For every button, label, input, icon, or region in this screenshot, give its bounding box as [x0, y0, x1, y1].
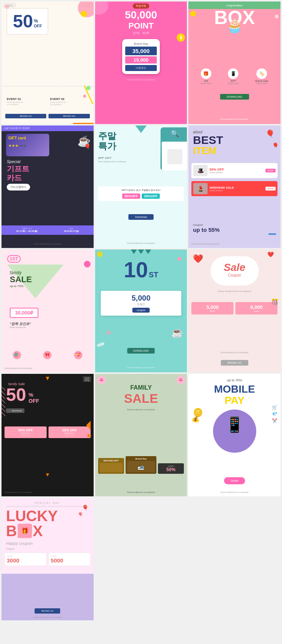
pink-circle-deco: [84, 261, 91, 268]
brand-btn-1[interactable]: BRAND GO: [5, 114, 46, 118]
pct: %: [34, 18, 42, 24]
download-btn[interactable]: DOWNLOAD: [127, 348, 155, 354]
card-family-sale-1[interactable]: 1ST family SALE up to 70% 30,000₽ "깜짝 포인…: [2, 249, 94, 372]
price-value: 30,000₽: [15, 310, 33, 316]
family-text: FAMILY: [130, 384, 152, 391]
card-sale-coupon[interactable]: ❤️ ❤️ Sale Coupon Donec tincidunt dui ut…: [188, 249, 280, 372]
dollar-coin: 💰: [191, 414, 200, 423]
fifty-number: 50: [6, 386, 26, 404]
balloon-icon: 🎈: [84, 144, 91, 150]
brand-go-btn[interactable]: BRAND GO: [221, 360, 248, 366]
deco-bar-1: [97, 342, 105, 347]
brand-day: Brand Day: [125, 42, 157, 45]
balloon-1: 🎈: [82, 505, 88, 511]
card-weekend[interactable]: 주말 특가 APP GIFT Donec tincidunt dui ut ex…: [95, 125, 187, 248]
c1-num: 3000: [7, 557, 44, 564]
card-family-50off[interactable]: ▼ 선착순 100명 family Sale 50 % OFF → downlo…: [2, 374, 94, 496]
top-label: 선착순 100명: [83, 376, 91, 382]
gift-box-icon: 🎁: [18, 524, 32, 538]
dash-right: [48, 506, 89, 506]
download-btn[interactable]: Download: [128, 214, 153, 220]
event2-label: EVENT 02: [50, 97, 88, 101]
card-giftcard[interactable]: 쇼핑기프트권까지 한번에! GIFT card ★★★ ★★ ☕ 🎈 Speci…: [2, 125, 94, 248]
card-best-item[interactable]: 🎈 🎈 about BEST ITEM 🎩 50% OFF Donec tinc…: [188, 125, 280, 248]
dl-btn[interactable]: → download: [6, 408, 24, 413]
prod2-name: WEEKEND SALE: [209, 186, 264, 189]
coupon-text: Coupon: [228, 273, 241, 277]
date2-val: 2018.06.27(일): [64, 230, 79, 233]
icon1: 🛍️: [13, 351, 21, 359]
app-icon: 📱: [228, 68, 238, 79]
lucky-text: LUCKY: [6, 508, 58, 523]
footer-text: Donec tincidunt dui ut ex placerat: [98, 242, 184, 244]
deco-circle-2: [177, 257, 181, 261]
shop-btn-2[interactable]: SHOP: [265, 187, 276, 190]
coin-icon: $: [177, 33, 185, 42]
deco-circle-1: [97, 251, 103, 257]
card-mobile-pay[interactable]: up to 70% MOBILE PAY 🛒 💎 ✂️ 📱 🪙 💰 Detail…: [188, 374, 280, 496]
app-gift-label: APP GIFT: [98, 156, 112, 160]
footer-text: Donec tincidunt dui ut ex placerat: [191, 491, 277, 493]
off: OFF: [34, 24, 42, 28]
deco-icons: 🛒 💎 ✂️: [272, 405, 277, 423]
footer-text: Donec tincidunt dui ut ex placerat: [98, 491, 184, 493]
coffee-icon: ☕: [171, 327, 183, 339]
sale-text: SALE: [124, 391, 158, 406]
download-btn[interactable]: DOWNLOAD: [220, 94, 249, 100]
card-family-sale-flowers[interactable]: 🌸 🌸 FAMILY SALE Donec tincidunt dui ut e…: [95, 374, 187, 496]
shop-btn-1[interactable]: SHOP: [265, 169, 276, 172]
card-point[interactable]: 학점쿠폰 50,000 POINT 오직 · 하루 Brand Day 35,0…: [95, 2, 187, 124]
date1-val: 05.17(화) ~ 06.26(월): [16, 230, 38, 233]
footer-desc: Donec tincidunt dui ut ex placerat: [192, 118, 277, 120]
brand-btn-2[interactable]: BRAND GO: [49, 114, 89, 118]
footer-text: Donec tincidunt dui ut ex placerat: [98, 366, 184, 369]
happy-text: Happy coupon: [6, 541, 33, 546]
app-desc: Donec tincidunt dui ut ex placerat: [98, 160, 126, 163]
prod2-image: 💄: [193, 183, 208, 194]
season-gift-label: SEASON GIFT: [100, 460, 123, 462]
flower-right: 🌸: [176, 375, 186, 385]
upto-text: up to 70%: [227, 378, 242, 382]
hakjeom-badge: 학점쿠폰: [133, 3, 149, 9]
brand-sale-icon: 🏷️: [256, 68, 267, 79]
brand-sale-label: Brand Sale: [255, 80, 268, 82]
special-text: Special: [7, 159, 20, 164]
apply-btn[interactable]: 카드신청하기: [7, 184, 30, 190]
empty-cell-1: [95, 498, 187, 620]
icon2: 🎀: [43, 351, 52, 359]
first-badge: 1ST: [7, 255, 21, 263]
card-box[interactable]: congratulation BOX 🧁 🎁 Gift Donec tincid…: [188, 2, 280, 124]
card-lucky-box[interactable]: 🎈 🎈 SPECIAL DAY LUCKY B 🎁 X Happy coupon…: [2, 498, 94, 620]
discount-text: APP 다운로드 받고 주말할인 받으세요!: [100, 189, 182, 192]
heart-1: ❤️: [193, 254, 203, 264]
desc-text: Donec tincidunt dui ut ex placerat: [193, 290, 276, 292]
desc2-text: Donec tincidunt dui ut ex placerat: [191, 351, 277, 354]
empty-cell-2: [188, 498, 280, 620]
footer-text: Donec tincidunt dui ut ex placerat: [5, 243, 90, 245]
banner-text: 쇼핑기프트권까지 한번에!: [4, 127, 30, 130]
detail-btn[interactable]: Detail: [224, 477, 245, 484]
korean-title: 기프트 카드: [7, 164, 29, 182]
coupon-label: coupon: [193, 223, 220, 227]
prod1-name: Donec tincidunt: [209, 171, 264, 174]
app-label: APP: [228, 80, 238, 82]
arrow-right-icon: ▶: [88, 432, 92, 438]
card-50off[interactable]: coupon coupon 50 % OFF EVENT 01 Donec ti…: [2, 2, 94, 124]
phone-icon: 📱: [225, 416, 244, 434]
offer1-pct: 50% OFF: [6, 428, 45, 432]
yellow-balloon: 🎈: [265, 129, 275, 138]
ticket1-label: point: [194, 310, 231, 312]
ten-number: 10: [124, 257, 148, 282]
c2-num: 5000: [51, 557, 88, 564]
download-btn[interactable]: 다운로드: [125, 65, 157, 71]
balloon-2: 🎈: [78, 512, 83, 517]
pct1-badge: 50%OFF: [122, 194, 140, 199]
card-10st[interactable]: 10 ST 5,000 원 할인 coupon ☕ DOWNLOAD Donec…: [95, 249, 187, 372]
confetti-icon: 🎊: [271, 298, 279, 305]
footer-text: Donec tincidunt dui ut ex placerat: [99, 79, 183, 81]
heart-2: ❤️: [267, 251, 274, 257]
brand-go-btn[interactable]: BRAND GO: [35, 608, 60, 614]
coupon-btn[interactable]: coupon: [132, 308, 150, 313]
korean-weekend: 주말 특가: [98, 131, 116, 151]
coupon-upto: up to 55%: [193, 227, 220, 233]
